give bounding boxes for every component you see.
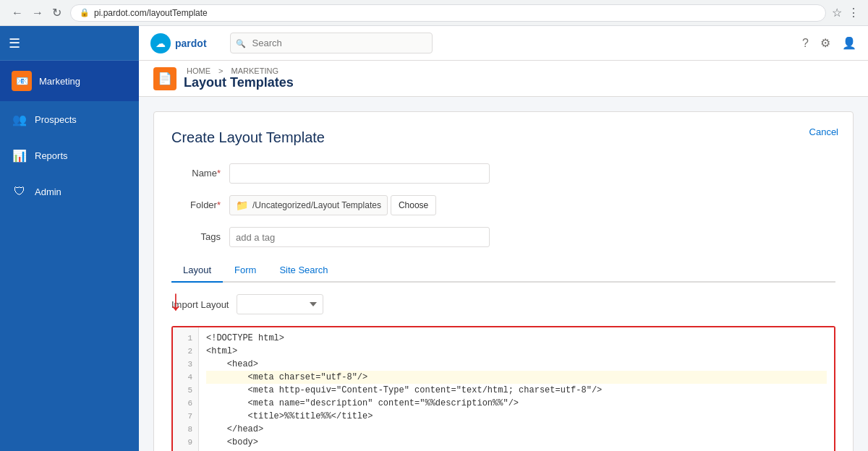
browser-nav: ← → ↻ [9,4,64,21]
line-number: 9 [173,436,198,449]
content-area: ☁ pardot ? ⚙ 👤 📄 HOME > MARKETING [139,26,868,451]
tab-form[interactable]: Form [223,259,268,283]
folder-label: Folder* [171,195,229,210]
sidebar-item-admin[interactable]: 🛡 Admin [0,173,139,210]
forward-button[interactable]: → [29,5,46,21]
breadcrumb-area: HOME > MARKETING Layout Templates [184,66,294,90]
admin-icon: 🛡 [12,184,27,199]
line-number: 5 [173,384,198,397]
tab-site-search[interactable]: Site Search [268,259,339,283]
code-editor[interactable]: 12345678910111213 <!DOCTYPE html><html> … [171,326,835,451]
page-title: Layout Templates [184,75,294,90]
code-line: </head> [206,423,827,436]
import-layout-select[interactable] [237,294,323,314]
sidebar-item-prospects-label: Prospects [35,114,77,125]
search-input[interactable] [230,33,433,53]
salesforce-cloud-icon: ☁ [150,33,171,53]
back-button[interactable]: ← [9,5,26,21]
form-card: Create Layout Template Cancel Name* Fold… [153,111,854,451]
form-card-title: Create Layout Template [171,129,835,146]
page-header-icon: 📄 [153,67,176,90]
help-icon[interactable]: ? [802,37,809,50]
address-bar[interactable]: 🔒 pi.pardot.com/layoutTemplate [70,4,826,22]
name-field-row: Name* [171,163,835,184]
code-line: <!DOCTYPE html> [206,332,827,345]
browser-chrome: ← → ↻ 🔒 pi.pardot.com/layoutTemplate ☆ ⋮ [0,0,868,26]
lock-icon: 🔒 [80,8,90,17]
sidebar-item-marketing-label: Marketing [39,76,80,87]
name-label: Name* [171,163,229,179]
folder-icon: 📁 [236,199,248,211]
sidebar-item-marketing[interactable]: 📧 Marketing [0,61,139,101]
import-layout-row: Import Layout [171,294,835,314]
choose-button[interactable]: Choose [391,195,436,215]
code-content: <!DOCTYPE html><html> <head> <meta chars… [199,327,834,451]
main-content: Create Layout Template Cancel Name* Fold… [139,97,868,451]
line-number: 2 [173,345,198,358]
cancel-button[interactable]: Cancel [809,126,838,137]
user-icon[interactable]: 👤 [842,36,856,50]
bookmark-icon[interactable]: ☆ [832,6,842,20]
folder-field: 📁 /Uncategorized/Layout Templates Choose [229,195,436,215]
line-numbers: 12345678910111213 [173,327,199,451]
line-number: 1 [173,332,198,345]
app-layout: ☰ 📧 Marketing 👥 Prospects 📊 Reports 🛡 Ad… [0,26,868,451]
breadcrumb: HOME > MARKETING [184,66,294,75]
sidebar-item-reports[interactable]: 📊 Reports [0,137,139,173]
breadcrumb-separator: > [218,66,223,75]
line-number: 3 [173,358,198,371]
code-line: <head> [206,358,827,371]
tags-field-row: Tags [171,227,835,247]
code-line: <title>%%title%%</title> [206,410,827,423]
tags-input[interactable] [229,227,490,247]
search-bar [230,33,433,53]
code-line: <meta name="description" content="%%desc… [206,397,827,410]
code-lines: 12345678910111213 <!DOCTYPE html><html> … [173,327,834,451]
sidebar-nav: 📧 Marketing 👥 Prospects 📊 Reports 🛡 Admi… [0,61,139,451]
tags-label: Tags [171,227,229,242]
settings-icon[interactable]: ⚙ [820,36,830,50]
breadcrumb-home[interactable]: HOME [187,66,210,75]
brand-name: pardot [175,38,207,49]
sidebar-item-prospects[interactable]: 👥 Prospects [0,101,139,137]
code-line: <body> [206,436,827,449]
folder-path: /Uncategorized/Layout Templates [252,200,381,210]
line-number: 6 [173,397,198,410]
sidebar: ☰ 📧 Marketing 👥 Prospects 📊 Reports 🛡 Ad… [0,26,139,451]
folder-required-indicator: * [217,199,221,210]
sidebar-header: ☰ [0,26,139,61]
arrow-indicator: ↓ [169,285,183,314]
code-line: <meta charset="utf-8"/> [206,371,827,384]
sidebar-item-admin-label: Admin [35,186,61,197]
code-line: <html> [206,345,827,358]
prospects-icon: 👥 [12,111,27,127]
url-text: pi.pardot.com/layoutTemplate [94,8,208,18]
marketing-icon: 📧 [12,71,32,91]
menu-icon[interactable]: ⋮ [848,6,859,20]
folder-field-row: Folder* 📁 /Uncategorized/Layout Template… [171,195,835,215]
hamburger-icon[interactable]: ☰ [9,35,20,51]
tab-bar: Layout Form Site Search [171,259,835,283]
required-indicator: * [217,168,221,179]
salesforce-logo: ☁ pardot [150,33,207,53]
down-arrow-icon: ↓ [169,285,183,314]
line-number: 7 [173,410,198,423]
tab-layout[interactable]: Layout [171,259,223,283]
name-input[interactable] [229,163,490,184]
folder-input-wrapper: 📁 /Uncategorized/Layout Templates [229,195,388,215]
top-nav: ☁ pardot ? ⚙ 👤 [139,26,868,61]
top-nav-actions: ? ⚙ 👤 [802,36,856,50]
line-number: 4 [173,371,198,384]
page-header: 📄 HOME > MARKETING Layout Templates [139,61,868,97]
code-line: <meta http-equiv="Content-Type" content=… [206,384,827,397]
sidebar-item-reports-label: Reports [35,150,68,161]
reports-icon: 📊 [12,147,27,163]
line-number: 8 [173,423,198,436]
search-wrapper [230,33,433,53]
refresh-button[interactable]: ↻ [49,4,64,21]
breadcrumb-section[interactable]: MARKETING [231,66,278,75]
browser-actions: ☆ ⋮ [832,6,859,20]
